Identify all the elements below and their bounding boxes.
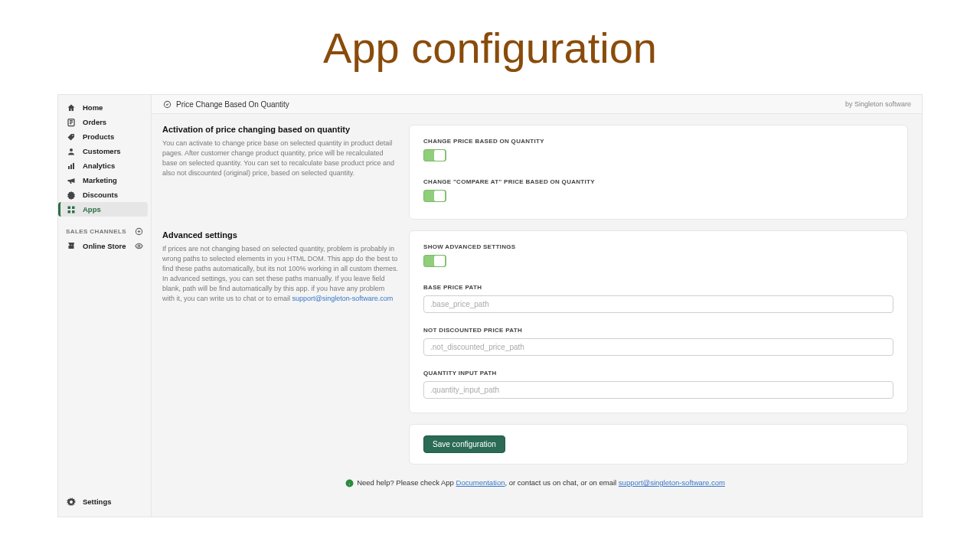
svg-rect-5 <box>73 163 74 169</box>
sidebar-item-orders[interactable]: Orders <box>58 115 148 129</box>
sidebar-item-label: Apps <box>83 205 101 214</box>
base-price-path-input[interactable] <box>423 295 893 313</box>
advanced-desc: If prices are not changing based on sele… <box>162 244 398 304</box>
content-area: Activation of price changing based on qu… <box>152 114 922 517</box>
megaphone-icon <box>66 175 77 186</box>
apps-icon <box>66 204 77 215</box>
sidebar-item-settings[interactable]: Settings <box>58 494 148 509</box>
app-badge-icon <box>162 99 172 109</box>
sidebar-item-label: Products <box>83 132 114 141</box>
user-icon <box>66 146 77 157</box>
advanced-description-column: Advanced settings If prices are not chan… <box>162 230 398 304</box>
advanced-card: SHOW ADVANCED SETTINGS BASE PRICE PATH N… <box>409 230 908 413</box>
help-footer: iNeed help? Please check App Documentati… <box>162 475 908 492</box>
page-title: App configuration <box>0 0 980 94</box>
gear-icon <box>66 497 77 507</box>
toggle-change-price-label: CHANGE PRICE BASED ON QUANTITY <box>423 138 893 145</box>
info-icon: i <box>345 479 354 487</box>
quantity-input-path-label: QUANTITY INPUT PATH <box>423 370 893 377</box>
plus-circle-icon[interactable] <box>135 227 143 236</box>
sidebar-item-discounts[interactable]: Discounts <box>58 187 148 202</box>
sidebar-item-label: Home <box>83 103 103 112</box>
quantity-input-path-input[interactable] <box>423 381 893 399</box>
home-icon <box>66 103 77 113</box>
sidebar-item-analytics[interactable]: Analytics <box>58 158 148 173</box>
sidebar-item-home[interactable]: Home <box>58 100 148 115</box>
orders-icon <box>66 117 77 128</box>
activation-title: Activation of price changing based on qu… <box>162 125 398 134</box>
sidebar-item-label: Analytics <box>83 161 115 170</box>
sidebar-section-label: SALES CHANNELS <box>66 228 126 235</box>
sidebar-item-marketing[interactable]: Marketing <box>58 173 148 187</box>
store-icon <box>66 240 77 251</box>
chart-icon <box>66 161 77 171</box>
base-price-path-label: BASE PRICE PATH <box>423 284 893 291</box>
app-name: Price Change Based On Quantity <box>176 100 289 109</box>
sidebar-item-label: Orders <box>83 118 106 126</box>
not-discounted-price-path-input[interactable] <box>423 338 893 356</box>
sidebar-item-label: Discounts <box>83 191 118 199</box>
svg-rect-7 <box>72 206 75 209</box>
by-label: by Singleton software <box>845 100 911 108</box>
svg-point-1 <box>72 135 74 136</box>
activation-card: CHANGE PRICE BASED ON QUANTITY CHANGE "C… <box>409 125 908 220</box>
activation-description-column: Activation of price changing based on qu… <box>162 125 398 178</box>
toggle-show-advanced-label: SHOW ADVANCED SETTINGS <box>423 243 893 250</box>
toggle-compare-at-label: CHANGE "COMPARE AT" PRICE BASED ON QUANT… <box>423 178 893 185</box>
topbar: Price Change Based On Quantity by Single… <box>152 95 922 114</box>
svg-point-11 <box>138 245 140 247</box>
activation-desc: You can activate to change price base on… <box>162 139 398 178</box>
svg-rect-3 <box>68 166 70 169</box>
not-discounted-price-path-label: NOT DISCOUNTED PRICE PATH <box>423 327 893 334</box>
toggle-compare-at[interactable] <box>423 190 446 202</box>
sidebar-item-products[interactable]: Products <box>58 129 148 144</box>
footer-email-link[interactable]: support@singleton-software.com <box>619 478 725 487</box>
save-card: Save configuration <box>409 424 908 465</box>
sidebar-section-sales-channels: SALES CHANNELS <box>58 217 148 239</box>
app-frame: Home Orders Products Customers Analytics… <box>57 94 923 517</box>
svg-rect-8 <box>68 210 71 214</box>
sidebar-item-customers[interactable]: Customers <box>58 144 148 158</box>
advanced-title: Advanced settings <box>162 230 398 240</box>
eye-icon[interactable] <box>135 242 143 250</box>
tag-icon <box>66 132 77 142</box>
sidebar-item-apps[interactable]: Apps <box>58 202 148 217</box>
sidebar-item-label: Customers <box>83 147 121 155</box>
svg-rect-6 <box>68 206 71 209</box>
sidebar-item-label: Online Store <box>83 242 126 250</box>
sidebar-item-label: Marketing <box>83 176 117 184</box>
documentation-link[interactable]: Documentation <box>456 478 505 487</box>
svg-text:i: i <box>349 482 350 486</box>
support-email-link[interactable]: support@singleton-software.com <box>292 295 394 302</box>
toggle-change-price[interactable] <box>423 149 446 161</box>
svg-rect-9 <box>72 210 75 214</box>
svg-rect-4 <box>70 165 72 169</box>
save-configuration-button[interactable]: Save configuration <box>423 435 505 453</box>
sidebar-item-label: Settings <box>83 497 111 506</box>
toggle-show-advanced[interactable] <box>423 255 446 267</box>
main-area: Price Change Based On Quantity by Single… <box>152 95 922 517</box>
svg-point-2 <box>70 148 73 152</box>
sidebar-item-online-store[interactable]: Online Store <box>58 239 148 253</box>
sidebar: Home Orders Products Customers Analytics… <box>58 95 152 517</box>
discount-icon <box>66 190 77 201</box>
